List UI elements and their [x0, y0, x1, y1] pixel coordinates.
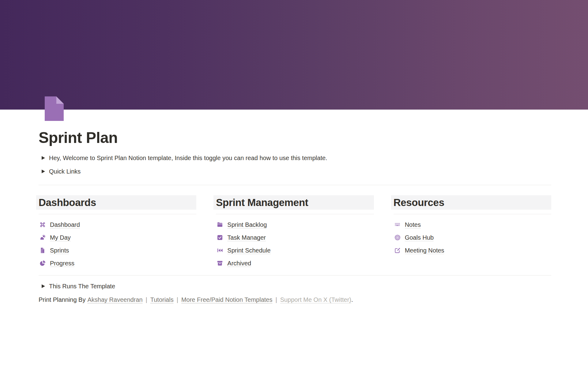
- target-icon[interactable]: [394, 234, 401, 241]
- link-notes[interactable]: Notes: [394, 218, 551, 231]
- command-icon[interactable]: [39, 221, 46, 228]
- section-header-sprint-management: Sprint Management: [213, 195, 374, 210]
- sun-cloud-icon[interactable]: [39, 234, 46, 241]
- keyboard-icon[interactable]: [394, 221, 401, 228]
- link-label[interactable]: Archived: [227, 260, 251, 267]
- link-my-day[interactable]: My Day: [39, 231, 196, 244]
- divider: [39, 185, 551, 185]
- toggle-caret-icon[interactable]: [39, 156, 48, 160]
- toggle-quick-links[interactable]: Quick Links: [39, 165, 551, 178]
- checkbox-icon[interactable]: [217, 234, 223, 241]
- link-label[interactable]: My Day: [50, 234, 71, 241]
- page-title[interactable]: Sprint Plan: [39, 110, 551, 147]
- section-header-resources: Resources: [391, 195, 551, 210]
- link-goals-hub[interactable]: Goals Hub: [394, 231, 551, 244]
- link-label[interactable]: Meeting Notes: [405, 247, 444, 254]
- toggle-welcome[interactable]: Hey, Welcome to Sprint Plan Notion templ…: [39, 151, 551, 165]
- column-sprint-management: Sprint Management Sprint Backlog Task Ma…: [216, 195, 374, 270]
- link-akshay-raveendran[interactable]: Akshay Raveendran: [87, 296, 142, 303]
- toggle-welcome-label: Hey, Welcome to Sprint Plan Notion templ…: [49, 154, 327, 162]
- section-header-dashboards: Dashboards: [36, 195, 196, 210]
- separator: |: [146, 296, 147, 303]
- link-task-manager[interactable]: Task Manager: [217, 231, 374, 244]
- link-more-templates[interactable]: More Free/Paid Notion Templates: [181, 296, 273, 303]
- columns-layout: Dashboards Dashboard: [39, 195, 551, 270]
- link-label[interactable]: Sprints: [50, 247, 69, 254]
- toggle-caret-icon[interactable]: [39, 170, 48, 173]
- separator: |: [275, 296, 277, 303]
- link-label[interactable]: Sprint Schedule: [227, 247, 270, 254]
- toggle-quick-links-label: Quick Links: [49, 167, 81, 176]
- column-dashboards: Dashboards Dashboard: [39, 195, 196, 270]
- link-tutorials[interactable]: Tutorials: [150, 296, 174, 303]
- edit-icon[interactable]: [394, 247, 401, 254]
- folder-icon[interactable]: [217, 221, 223, 228]
- link-sprint-schedule[interactable]: Sprint Schedule: [217, 244, 374, 257]
- toggle-runs-template[interactable]: This Runs The Template: [39, 279, 551, 293]
- link-label[interactable]: Sprint Backlog: [227, 221, 267, 228]
- rewind-icon[interactable]: [217, 247, 223, 254]
- document-lines-icon[interactable]: [39, 247, 46, 254]
- archive-icon[interactable]: [217, 260, 223, 267]
- credits-line: Print Planning ByAkshay Raveendran|Tutor…: [39, 295, 551, 304]
- separator: |: [177, 296, 178, 303]
- link-label[interactable]: Dashboard: [50, 221, 80, 228]
- page-cover: [0, 0, 588, 110]
- credits-prefix: Print Planning By: [39, 296, 85, 303]
- page-document-icon[interactable]: [45, 96, 64, 121]
- divider: [394, 214, 551, 214]
- column-resources: Resources Notes: [394, 195, 551, 270]
- link-archived[interactable]: Archived: [217, 257, 374, 270]
- link-sprints[interactable]: Sprints: [39, 244, 196, 257]
- link-label[interactable]: Progress: [50, 260, 74, 267]
- divider: [39, 214, 196, 214]
- divider: [216, 214, 374, 214]
- divider: [39, 275, 551, 275]
- link-label[interactable]: Goals Hub: [405, 234, 434, 241]
- credits-suffix: .: [351, 296, 353, 303]
- link-dashboard[interactable]: Dashboard: [39, 218, 196, 231]
- link-meeting-notes[interactable]: Meeting Notes: [394, 244, 551, 257]
- link-progress[interactable]: Progress: [39, 257, 196, 270]
- link-label[interactable]: Task Manager: [227, 234, 266, 241]
- pie-chart-icon[interactable]: [39, 260, 46, 267]
- toggle-runs-template-label: This Runs The Template: [49, 282, 115, 290]
- link-label[interactable]: Notes: [405, 221, 421, 228]
- link-support-twitter[interactable]: Support Me On X (Twitter): [280, 296, 351, 303]
- page-body: Sprint Plan Hey, Welcome to Sprint Plan …: [0, 110, 588, 304]
- toggle-caret-icon[interactable]: [39, 284, 48, 288]
- link-sprint-backlog[interactable]: Sprint Backlog: [217, 218, 374, 231]
